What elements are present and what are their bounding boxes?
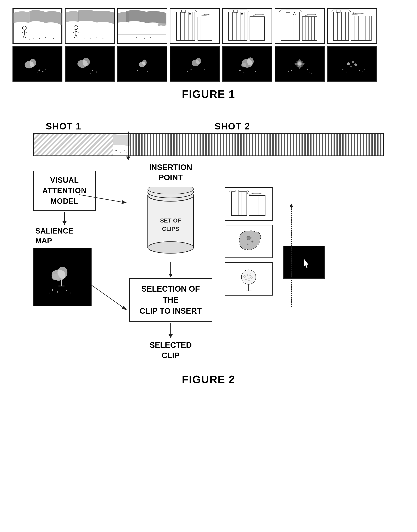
shot2-label: SHOT 2 [215,121,250,132]
thumb-dark-4 [170,46,220,82]
thumb-outdoor-3 [117,8,167,44]
svg-point-110 [241,63,246,67]
svg-point-9 [39,38,40,39]
dashed-vertical-arrow [289,204,293,307]
svg-point-24 [103,38,104,39]
svg-point-109 [247,57,254,65]
svg-point-130 [352,61,354,63]
thumb-dark-2 [65,46,115,82]
svg-point-92 [92,70,94,71]
thumb-outdoor-1 [12,8,63,44]
selected-clip-label: SELECTED CLIP [150,340,192,361]
svg-point-133 [343,69,344,70]
svg-point-21 [84,38,85,39]
svg-point-29 [150,37,151,38]
diagram-area: VISUAL ATTENTION MODEL SALIENCE MAP [17,162,400,361]
svg-point-85 [39,70,40,71]
mid-column: INSERTION POINT SET OF [125,162,216,361]
thumb-building-3: A [275,8,325,44]
svg-point-113 [243,73,244,73]
figure1-section: A A [0,0,417,117]
clip-thumb-building: A [225,187,273,221]
svg-point-114 [258,70,259,70]
selection-box-label: SELECTION OF THE CLIP TO INSERT [136,283,205,317]
svg-point-11 [29,39,30,40]
svg-point-151 [66,290,67,291]
svg-rect-62 [302,17,317,40]
thumb-dark-3 [117,46,167,82]
cylinder-wrapper: SET OF CLIPS [142,187,200,254]
svg-point-150 [57,292,58,293]
thumb-dark-7 [327,46,377,82]
svg-rect-54 [234,10,238,12]
vam-label: VISUAL ATTENTION MODEL [39,175,90,207]
timeline-shot1 [34,134,113,156]
svg-point-22 [91,38,91,39]
svg-rect-128 [334,50,370,77]
svg-rect-67 [286,10,290,12]
svg-point-106 [204,69,205,70]
svg-point-23 [96,37,97,38]
svg-point-104 [202,71,202,71]
svg-point-28 [144,38,145,39]
svg-rect-74 [351,16,371,40]
svg-point-132 [350,66,352,68]
svg-point-93 [96,72,97,73]
figure1-row2 [12,46,405,82]
shot1-label: SHOT 1 [46,121,81,132]
thumb-dark-1 [12,46,63,82]
svg-point-86 [42,71,43,72]
dashed-arrow-line [291,207,292,307]
timeline-bar [33,133,384,156]
thumb-outdoor-2 [65,8,115,44]
svg-point-84 [30,59,36,67]
svg-point-112 [255,71,256,72]
svg-rect-172 [235,190,239,192]
svg-point-98 [137,70,138,71]
insertion-point-label: INSERTION POINT [149,162,192,183]
shot-labels-row: SHOT 1 SHOT 2 [33,121,400,132]
svg-rect-89 [72,50,108,77]
figure1-row1: A A [12,8,405,44]
svg-rect-80 [336,10,340,12]
svg-point-135 [359,70,360,71]
salience-map-label: SALIENCE MAP [35,226,73,246]
svg-point-103 [191,69,192,70]
svg-rect-70 [333,12,349,41]
timeline-shot2 [130,134,383,156]
selection-to-clip-arrow [170,323,171,335]
svg-point-146 [52,274,59,280]
svg-point-137 [364,69,365,70]
thumb-building-4: A [327,8,377,44]
insertion-point-arrow [126,132,130,160]
svg-point-8 [33,38,34,39]
thumb-dark-5 [222,46,272,82]
svg-point-115 [236,72,237,73]
svg-point-97 [142,60,147,66]
svg-point-134 [346,72,347,73]
figure2-section: SHOT 1 SHOT 2 [0,117,417,398]
svg-point-123 [307,69,308,70]
svg-point-27 [136,37,137,38]
svg-rect-82 [19,50,56,77]
svg-point-102 [196,58,201,64]
svg-rect-57 [281,12,300,41]
svg-point-87 [37,73,38,73]
svg-rect-49 [250,17,264,40]
svg-point-12 [53,38,54,39]
left-column: VISUAL ATTENTION MODEL SALIENCE MAP [33,162,112,361]
svg-rect-44 [229,12,247,41]
vam-to-salience-arrow [64,212,65,222]
svg-rect-162 [232,191,247,215]
svg-point-126 [288,71,289,72]
figure1-caption: FIGURE 1 [12,88,405,100]
svg-point-10 [45,37,46,38]
svg-point-156 [148,242,194,253]
svg-rect-167 [249,196,265,215]
clip-thumb-map [225,225,273,258]
svg-point-140 [120,152,121,153]
svg-point-105 [187,71,188,72]
svg-point-131 [354,63,357,66]
cylinder-to-selection-arrow [170,262,171,274]
right-column: A [225,187,273,361]
